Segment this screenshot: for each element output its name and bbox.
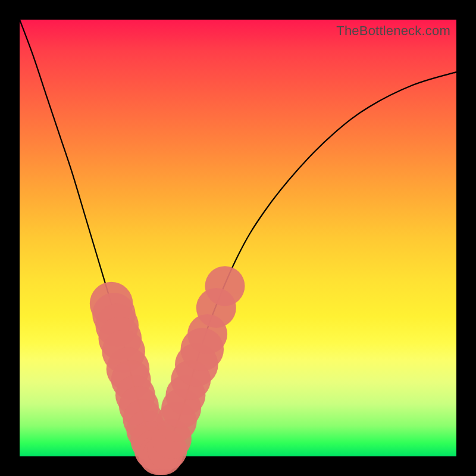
- data-marker: [205, 266, 245, 306]
- chart-frame: TheBottleneck.com: [0, 0, 476, 476]
- data-markers: [90, 266, 245, 475]
- plot-area: TheBottleneck.com: [20, 20, 456, 456]
- bottleneck-curve: [20, 20, 456, 456]
- curve-layer: [20, 20, 456, 456]
